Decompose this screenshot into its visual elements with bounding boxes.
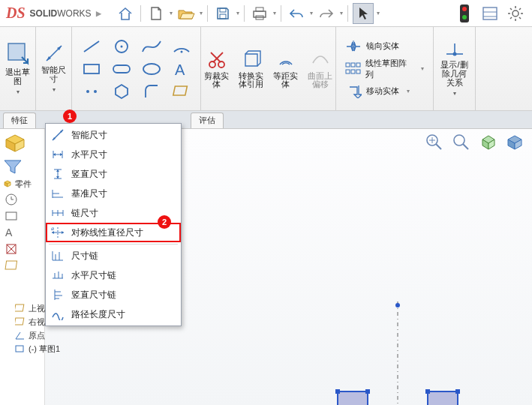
svg-marker-106: [62, 231, 64, 234]
filter-icon[interactable]: [2, 158, 24, 176]
svg-rect-26: [113, 65, 130, 73]
slot-tool-icon[interactable]: [108, 58, 135, 80]
part-icon[interactable]: [2, 132, 27, 154]
zoom-fit-icon[interactable]: [424, 132, 445, 153]
menu-horizontal-dim[interactable]: 水平尺寸: [46, 145, 181, 164]
spline-tool-icon[interactable]: [138, 36, 165, 57]
chain-dim-icon: [50, 206, 65, 220]
quick-access-toolbar: ▾ ▾ ▾ ▾ ▾ ▾ ▾: [115, 3, 380, 24]
save-icon[interactable]: [212, 3, 233, 24]
panel-icon[interactable]: [479, 3, 500, 24]
entity-ops-group: 剪裁实 体 转换实 体引用 等距实 体 曲面上 偏移: [201, 27, 336, 110]
menu-v-ordinate-dim[interactable]: 竖直尺寸链: [46, 285, 181, 304]
svg-point-27: [143, 64, 160, 74]
svg-rect-32: [173, 86, 187, 95]
line-tool-icon[interactable]: [78, 36, 105, 57]
svg-rect-53: [5, 261, 17, 269]
select-icon[interactable]: [353, 3, 374, 24]
trim-button[interactable]: 剪裁实 体: [202, 50, 232, 88]
exit-sketch-button[interactable]: 退出草 图 ▾: [0, 27, 36, 110]
svg-marker-105: [52, 231, 54, 234]
settings-icon[interactable]: [505, 3, 526, 24]
tree-root-label: 零件: [2, 178, 43, 190]
rectangle-tool-icon[interactable]: [78, 58, 105, 80]
ellipse-tool-icon[interactable]: [138, 58, 165, 80]
svg-rect-39: [351, 63, 355, 67]
tree-item[interactable]: 原点: [15, 328, 70, 342]
tab-evaluate[interactable]: 评估: [191, 112, 224, 128]
display-style-icon[interactable]: [505, 132, 526, 153]
material-icon[interactable]: [5, 242, 21, 256]
h-ordinate-icon: [50, 268, 65, 283]
menu-baseline-dim[interactable]: 基准尺寸: [46, 184, 181, 203]
fillet-tool-icon[interactable]: [138, 81, 165, 102]
smart-dimension-button[interactable]: 智能尺 寸 ▾: [36, 27, 72, 110]
svg-rect-2: [254, 11, 266, 17]
tree-item[interactable]: (-) 草图1: [15, 342, 70, 356]
circle-tool-icon[interactable]: [108, 36, 135, 57]
print-icon[interactable]: [249, 3, 270, 24]
arc-tool-icon[interactable]: [168, 36, 195, 57]
svg-rect-43: [356, 70, 360, 74]
ribbon: 退出草 图 ▾ 智能尺 寸 ▾ A 剪裁实 体: [0, 27, 532, 111]
svg-line-17: [519, 17, 521, 19]
annotations-icon[interactable]: A: [5, 226, 21, 239]
svg-rect-69: [425, 389, 430, 394]
menu-vertical-dim[interactable]: 竖直尺寸: [46, 164, 181, 184]
svg-line-21: [84, 41, 99, 52]
menu-h-ordinate-dim[interactable]: 水平尺寸链: [46, 266, 181, 285]
menu-ordinate-dim[interactable]: 尺寸链: [46, 246, 181, 266]
undo-icon[interactable]: [286, 3, 307, 24]
menu-smart-dim[interactable]: 智能尺寸: [46, 125, 181, 145]
view-orientation-icon[interactable]: [478, 132, 499, 153]
svg-line-18: [519, 8, 521, 10]
svg-point-29: [86, 90, 89, 93]
transform-group: 镜向实体 线性草图阵列▾ 移动实体▾: [336, 27, 434, 110]
svg-rect-85: [16, 346, 23, 352]
view-toolbar: [424, 132, 526, 153]
svg-rect-38: [346, 63, 350, 67]
svg-rect-41: [346, 70, 350, 74]
open-icon[interactable]: [176, 3, 197, 24]
point-tool-icon[interactable]: [78, 81, 105, 102]
plane-tool-icon[interactable]: [168, 81, 195, 102]
home-icon[interactable]: [115, 3, 136, 24]
pattern-button[interactable]: 线性草图阵列▾: [345, 58, 424, 80]
redo-icon[interactable]: [316, 3, 337, 24]
mirror-button[interactable]: 镜向实体: [345, 40, 424, 53]
svg-line-19: [510, 17, 512, 19]
svg-marker-31: [116, 85, 128, 98]
app-logo: DS SOLIDWORKS ▶: [6, 4, 101, 22]
menu-path-length-dim[interactable]: 路径长度尺寸: [46, 304, 181, 324]
svg-text:A: A: [175, 62, 185, 78]
svg-rect-3: [256, 8, 263, 11]
path-len-icon: [50, 307, 65, 322]
callout-badge-2: 2: [158, 215, 171, 229]
surface-offset-button: 曲面上 偏移: [305, 50, 335, 88]
svg-line-59: [463, 144, 468, 149]
svg-rect-68: [455, 389, 460, 394]
traffic-light-icon[interactable]: [454, 3, 475, 24]
sensors-icon[interactable]: [5, 209, 21, 223]
move-button[interactable]: 移动实体▾: [345, 85, 424, 98]
svg-rect-81: [15, 304, 24, 311]
plane-front-icon[interactable]: [5, 259, 21, 272]
polygon-tool-icon[interactable]: [108, 81, 135, 102]
svg-line-16: [510, 8, 512, 10]
svg-rect-73: [335, 389, 340, 394]
svg-rect-72: [365, 389, 370, 394]
offset-button[interactable]: 等距实 体: [271, 50, 301, 88]
svg-point-61: [395, 303, 400, 308]
history-icon[interactable]: [5, 193, 21, 206]
svg-text:A: A: [5, 226, 13, 238]
tab-features[interactable]: 特征: [3, 112, 36, 128]
svg-point-58: [454, 135, 464, 146]
left-pane: 零件 A: [0, 129, 45, 405]
zoom-area-icon[interactable]: [451, 132, 472, 153]
new-icon[interactable]: [146, 3, 167, 24]
v-ordinate-icon: [50, 287, 65, 302]
callout-badge-1: 1: [63, 110, 77, 123]
show-relations-button[interactable]: 显示/删 除几何 关系 ▾: [434, 27, 476, 110]
convert-button[interactable]: 转换实 体引用: [236, 50, 266, 88]
text-tool-icon[interactable]: A: [168, 58, 195, 80]
